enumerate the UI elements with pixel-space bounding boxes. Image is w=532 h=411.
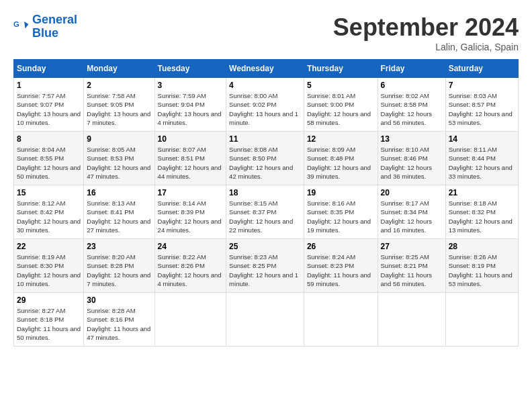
- calendar-cell: 23Sunrise: 8:20 AM Sunset: 8:28 PM Dayli…: [84, 239, 154, 293]
- day-number: 24: [158, 242, 224, 251]
- calendar-cell: 14Sunrise: 8:11 AM Sunset: 8:44 PM Dayli…: [445, 132, 518, 185]
- logo-icon: G: [13, 19, 30, 35]
- day-number: 25: [229, 242, 301, 251]
- calendar-cell: 11Sunrise: 8:08 AM Sunset: 8:50 PM Dayli…: [226, 132, 304, 185]
- day-info: Sunrise: 8:28 AM Sunset: 8:16 PM Dayligh…: [87, 306, 151, 342]
- calendar-cell: 9Sunrise: 8:05 AM Sunset: 8:53 PM Daylig…: [84, 132, 154, 185]
- calendar-table: SundayMondayTuesdayWednesdayThursdayFrid…: [13, 59, 519, 347]
- day-number: 18: [229, 188, 301, 197]
- day-info: Sunrise: 7:58 AM Sunset: 9:05 PM Dayligh…: [87, 91, 151, 127]
- day-info: Sunrise: 8:09 AM Sunset: 8:48 PM Dayligh…: [307, 145, 375, 181]
- calendar-cell: 12Sunrise: 8:09 AM Sunset: 8:48 PM Dayli…: [304, 132, 378, 185]
- day-info: Sunrise: 8:02 AM Sunset: 8:58 PM Dayligh…: [381, 91, 443, 127]
- day-info: Sunrise: 8:12 AM Sunset: 8:42 PM Dayligh…: [17, 199, 81, 234]
- calendar-cell: 24Sunrise: 8:22 AM Sunset: 8:26 PM Dayli…: [154, 239, 226, 293]
- day-info: Sunrise: 8:03 AM Sunset: 8:57 PM Dayligh…: [449, 91, 515, 127]
- calendar-cell: 18Sunrise: 8:15 AM Sunset: 8:37 PM Dayli…: [226, 185, 304, 239]
- day-info: Sunrise: 8:07 AM Sunset: 8:51 PM Dayligh…: [158, 145, 224, 181]
- day-info: Sunrise: 8:11 AM Sunset: 8:44 PM Dayligh…: [449, 145, 515, 181]
- calendar-cell: 4Sunrise: 8:00 AM Sunset: 9:02 PM Daylig…: [226, 78, 304, 132]
- day-number: 19: [307, 188, 375, 197]
- day-info: Sunrise: 8:13 AM Sunset: 8:41 PM Dayligh…: [87, 199, 151, 234]
- day-info: Sunrise: 8:00 AM Sunset: 9:02 PM Dayligh…: [229, 91, 301, 127]
- calendar-week-row: 8Sunrise: 8:04 AM Sunset: 8:55 PM Daylig…: [14, 132, 519, 185]
- calendar-cell: 17Sunrise: 8:14 AM Sunset: 8:39 PM Dayli…: [154, 185, 226, 239]
- day-number: 29: [17, 295, 81, 305]
- calendar-cell: 6Sunrise: 8:02 AM Sunset: 8:58 PM Daylig…: [378, 78, 445, 132]
- day-number: 28: [449, 242, 515, 251]
- calendar-cell: 29Sunrise: 8:27 AM Sunset: 8:18 PM Dayli…: [14, 293, 84, 347]
- calendar-cell: [226, 293, 304, 347]
- logo-line2: Blue: [32, 27, 77, 40]
- day-number: 3: [158, 81, 224, 90]
- calendar-cell: 15Sunrise: 8:12 AM Sunset: 8:42 PM Dayli…: [14, 185, 84, 239]
- weekday-header: Saturday: [445, 60, 518, 78]
- day-info: Sunrise: 8:04 AM Sunset: 8:55 PM Dayligh…: [17, 145, 81, 181]
- calendar-cell: 5Sunrise: 8:01 AM Sunset: 9:00 PM Daylig…: [304, 78, 378, 132]
- day-number: 15: [17, 188, 81, 197]
- weekday-header: Thursday: [304, 60, 378, 78]
- logo-text: General Blue: [32, 13, 77, 40]
- svg-text:G: G: [13, 20, 19, 28]
- day-number: 22: [17, 242, 81, 251]
- calendar-week-row: 1Sunrise: 7:57 AM Sunset: 9:07 PM Daylig…: [14, 78, 519, 132]
- weekday-header: Sunday: [14, 60, 84, 78]
- day-info: Sunrise: 7:59 AM Sunset: 9:04 PM Dayligh…: [158, 91, 224, 127]
- day-info: Sunrise: 8:01 AM Sunset: 9:00 PM Dayligh…: [307, 91, 375, 127]
- day-info: Sunrise: 8:18 AM Sunset: 8:32 PM Dayligh…: [449, 199, 515, 234]
- day-number: 4: [229, 81, 301, 90]
- calendar-cell: 20Sunrise: 8:17 AM Sunset: 8:34 PM Dayli…: [378, 185, 445, 239]
- day-info: Sunrise: 8:19 AM Sunset: 8:30 PM Dayligh…: [17, 253, 81, 288]
- logo-line1: General: [32, 13, 77, 26]
- weekday-header: Tuesday: [154, 60, 226, 78]
- calendar-week-row: 22Sunrise: 8:19 AM Sunset: 8:30 PM Dayli…: [14, 239, 519, 293]
- day-number: 7: [449, 81, 515, 90]
- day-info: Sunrise: 8:08 AM Sunset: 8:50 PM Dayligh…: [229, 145, 301, 181]
- location: Lalin, Galicia, Spain: [333, 42, 519, 52]
- day-number: 16: [87, 188, 151, 197]
- day-info: Sunrise: 8:23 AM Sunset: 8:25 PM Dayligh…: [229, 253, 301, 288]
- calendar-cell: 2Sunrise: 7:58 AM Sunset: 9:05 PM Daylig…: [84, 78, 154, 132]
- calendar-cell: 3Sunrise: 7:59 AM Sunset: 9:04 PM Daylig…: [154, 78, 226, 132]
- calendar-cell: 8Sunrise: 8:04 AM Sunset: 8:55 PM Daylig…: [14, 132, 84, 185]
- calendar-cell: 21Sunrise: 8:18 AM Sunset: 8:32 PM Dayli…: [445, 185, 518, 239]
- calendar-cell: 1Sunrise: 7:57 AM Sunset: 9:07 PM Daylig…: [14, 78, 84, 132]
- calendar-cell: 10Sunrise: 8:07 AM Sunset: 8:51 PM Dayli…: [154, 132, 226, 185]
- weekday-header: Wednesday: [226, 60, 304, 78]
- calendar-cell: 30Sunrise: 8:28 AM Sunset: 8:16 PM Dayli…: [84, 293, 154, 347]
- day-info: Sunrise: 8:24 AM Sunset: 8:23 PM Dayligh…: [307, 253, 375, 288]
- day-info: Sunrise: 8:14 AM Sunset: 8:39 PM Dayligh…: [158, 199, 224, 234]
- day-number: 23: [87, 242, 151, 251]
- calendar-cell: 13Sunrise: 8:10 AM Sunset: 8:46 PM Dayli…: [378, 132, 445, 185]
- calendar-week-row: 29Sunrise: 8:27 AM Sunset: 8:18 PM Dayli…: [14, 293, 519, 347]
- day-info: Sunrise: 8:20 AM Sunset: 8:28 PM Dayligh…: [87, 253, 151, 288]
- calendar-cell: [445, 293, 518, 347]
- day-info: Sunrise: 8:15 AM Sunset: 8:37 PM Dayligh…: [229, 199, 301, 234]
- calendar-cell: 27Sunrise: 8:25 AM Sunset: 8:21 PM Dayli…: [378, 239, 445, 293]
- calendar-week-row: 15Sunrise: 8:12 AM Sunset: 8:42 PM Dayli…: [14, 185, 519, 239]
- calendar-cell: 7Sunrise: 8:03 AM Sunset: 8:57 PM Daylig…: [445, 78, 518, 132]
- day-number: 1: [17, 81, 81, 90]
- logo: G General Blue: [13, 13, 77, 40]
- calendar-cell: [304, 293, 378, 347]
- weekday-header-row: SundayMondayTuesdayWednesdayThursdayFrid…: [14, 60, 519, 78]
- day-number: 9: [87, 134, 151, 144]
- weekday-header: Friday: [378, 60, 445, 78]
- day-number: 10: [158, 134, 224, 144]
- day-info: Sunrise: 8:10 AM Sunset: 8:46 PM Dayligh…: [381, 145, 443, 181]
- day-number: 14: [449, 134, 515, 144]
- page-header: G General Blue September 2024 Lalin, Gal…: [13, 13, 519, 52]
- calendar-cell: 19Sunrise: 8:16 AM Sunset: 8:35 PM Dayli…: [304, 185, 378, 239]
- calendar-cell: 26Sunrise: 8:24 AM Sunset: 8:23 PM Dayli…: [304, 239, 378, 293]
- calendar-cell: 16Sunrise: 8:13 AM Sunset: 8:41 PM Dayli…: [84, 185, 154, 239]
- day-info: Sunrise: 8:27 AM Sunset: 8:18 PM Dayligh…: [17, 306, 81, 342]
- day-number: 20: [381, 188, 443, 197]
- day-number: 11: [229, 134, 301, 144]
- month-title: September 2024: [333, 13, 519, 42]
- calendar-cell: 28Sunrise: 8:26 AM Sunset: 8:19 PM Dayli…: [445, 239, 518, 293]
- day-number: 5: [307, 81, 375, 90]
- day-info: Sunrise: 8:16 AM Sunset: 8:35 PM Dayligh…: [307, 199, 375, 234]
- day-info: Sunrise: 8:22 AM Sunset: 8:26 PM Dayligh…: [158, 253, 224, 288]
- day-info: Sunrise: 7:57 AM Sunset: 9:07 PM Dayligh…: [17, 91, 81, 127]
- day-number: 30: [87, 295, 151, 305]
